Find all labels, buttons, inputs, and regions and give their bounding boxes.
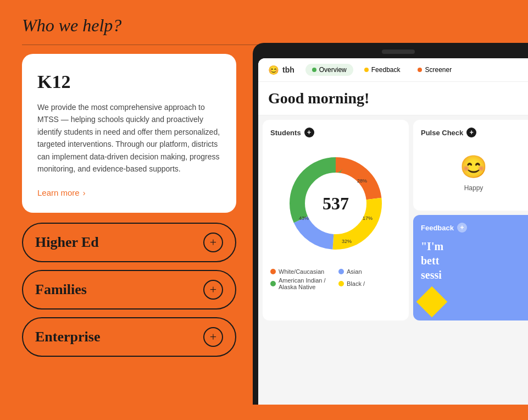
svg-text:43%: 43% <box>299 215 309 221</box>
nav-tabs: Overview Feedback Screener <box>305 64 458 76</box>
student-count: 537 <box>323 194 349 214</box>
page-title: Who we help? <box>22 15 506 36</box>
higher-ed-label: Higher Ed <box>35 234 99 251</box>
app-logo: 😊 tbh <box>268 65 294 75</box>
students-card: Students + <box>263 120 409 320</box>
overview-dot <box>312 68 316 72</box>
feedback-card: Feedback + "I'mbettsessi <box>413 215 528 320</box>
pulse-check-card: Pulse Check + 😊 Happy <box>413 120 528 211</box>
families-label: Families <box>35 281 87 298</box>
legend-label-asian: Asian <box>347 268 362 275</box>
pulse-add-button[interactable]: + <box>466 128 476 137</box>
legend-dot-asian <box>338 269 344 274</box>
pulse-emoji-area: 😊 Happy <box>421 143 526 203</box>
k12-title: K12 <box>37 71 221 92</box>
learn-more-label: Learn more <box>37 188 80 197</box>
legend-white: White/Caucasian <box>270 268 333 275</box>
overview-label: Overview <box>319 66 347 74</box>
legend-asian: Asian <box>338 268 401 275</box>
legend-black: Black / <box>338 277 401 290</box>
students-label: Students <box>270 129 301 137</box>
feedback-add-button[interactable]: + <box>457 223 467 233</box>
legend-dot-black <box>338 281 344 286</box>
tablet-mockup: 😊 tbh Overview Feedback <box>253 43 528 405</box>
legend-dot-white <box>270 269 276 274</box>
families-plus-icon[interactable]: + <box>203 280 223 300</box>
pulse-check-title: Pulse Check + <box>421 128 526 137</box>
students-add-button[interactable]: + <box>304 128 314 137</box>
tab-feedback[interactable]: Feedback <box>358 64 407 76</box>
k12-card: K12 We provide the most comprehensive ap… <box>22 54 236 213</box>
screener-label: Screener <box>425 66 452 74</box>
main-content: K12 We provide the most comprehensive ap… <box>0 54 528 416</box>
legend-label-american-indian: American Indian / Alaska Native <box>279 277 333 290</box>
app-name: tbh <box>282 65 294 74</box>
svg-text:17%: 17% <box>363 215 373 221</box>
accordion-item-enterprise[interactable]: Enterprise + <box>22 317 236 357</box>
left-panel: K12 We provide the most comprehensive ap… <box>22 54 236 416</box>
tablet-screen: 😊 tbh Overview Feedback <box>258 58 528 405</box>
greeting-text: Good morning! <box>258 82 528 115</box>
feedback-card-title: Feedback + <box>421 223 526 233</box>
donut-chart-container: 28% 17% 32% 43% 537 <box>270 143 401 264</box>
k12-description: We provide the most comprehensive approa… <box>37 101 221 175</box>
tablet-notch <box>382 49 415 54</box>
learn-more-arrow-icon: › <box>83 189 86 197</box>
enterprise-label: Enterprise <box>35 329 100 345</box>
right-cards: Pulse Check + 😊 Happy Feedback <box>413 120 528 320</box>
page-header: Who we help? <box>0 0 528 36</box>
feedback-dot <box>364 68 369 72</box>
tablet-frame: 😊 tbh Overview Feedback <box>253 43 528 405</box>
logo-emoji: 😊 <box>268 65 279 75</box>
legend-label-white: White/Caucasian <box>279 268 324 275</box>
feedback-quote: "I'mbettsessi <box>421 239 526 282</box>
pulse-label: Pulse Check <box>421 129 463 137</box>
legend-dot-american-indian <box>270 281 276 286</box>
svg-text:32%: 32% <box>342 239 352 244</box>
tab-screener[interactable]: Screener <box>411 64 458 76</box>
accordion-item-families[interactable]: Families + <box>22 270 236 310</box>
legend-american-indian: American Indian / Alaska Native <box>270 277 333 290</box>
app-header: 😊 tbh Overview Feedback <box>258 58 528 82</box>
feedback-title-label: Feedback <box>421 224 454 232</box>
pulse-emoji-icon: 😊 <box>460 154 487 180</box>
students-card-title: Students + <box>270 128 401 137</box>
screener-dot <box>418 68 422 72</box>
pulse-status-label: Happy <box>464 184 483 192</box>
accordion-item-higher-ed[interactable]: Higher Ed + <box>22 223 236 262</box>
higher-ed-plus-icon[interactable]: + <box>203 233 223 252</box>
legend-label-black: Black / <box>347 280 365 287</box>
feedback-label: Feedback <box>371 66 401 74</box>
tab-overview[interactable]: Overview <box>305 64 353 76</box>
diamond-decoration <box>416 286 448 318</box>
svg-text:28%: 28% <box>357 178 367 184</box>
enterprise-plus-icon[interactable]: + <box>203 327 223 347</box>
learn-more-button[interactable]: Learn more › <box>37 188 221 197</box>
students-legend: White/Caucasian Asian American Indian / … <box>270 268 401 290</box>
dashboard-grid: Students + <box>258 115 528 325</box>
